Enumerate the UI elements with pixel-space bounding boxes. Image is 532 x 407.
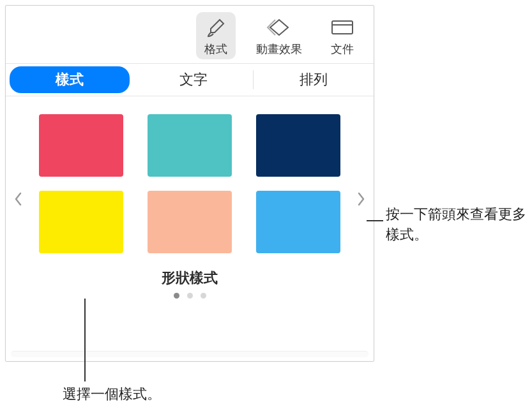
format-toolbar-label: 格式 <box>204 41 227 57</box>
callout-connector <box>367 220 383 221</box>
paintbrush-icon <box>202 16 229 39</box>
style-swatch[interactable] <box>148 114 232 177</box>
chevron-right-icon <box>356 192 365 210</box>
tab-text-label: 文字 <box>179 71 208 87</box>
callout-select-hint: 選擇一個樣式。 <box>63 384 161 404</box>
style-swatch[interactable] <box>256 114 340 177</box>
format-toolbar-button[interactable]: 格式 <box>196 12 236 59</box>
inspector-tabs: 樣式 文字 排列 <box>6 63 374 96</box>
tab-arrange[interactable]: 排列 <box>254 64 374 96</box>
tab-text[interactable]: 文字 <box>133 64 254 96</box>
style-swatch[interactable] <box>39 114 123 177</box>
style-swatch-grid <box>36 114 343 253</box>
style-swatch[interactable] <box>39 191 123 253</box>
callout-arrow-hint: 按一下箭頭來查看更多樣式。 <box>386 204 526 245</box>
animate-toolbar-label: 動畫效果 <box>256 41 302 57</box>
next-styles-button[interactable] <box>352 188 370 214</box>
shape-styles-title: 形狀樣式 <box>36 269 343 288</box>
chevron-left-icon <box>14 192 23 210</box>
horizontal-scrollbar[interactable] <box>11 351 369 357</box>
pager-dot[interactable] <box>201 293 206 299</box>
prev-styles-button[interactable] <box>10 188 27 214</box>
tab-style[interactable]: 樣式 <box>10 66 130 93</box>
svg-rect-0 <box>332 21 353 34</box>
document-toolbar-label: 文件 <box>331 41 354 57</box>
tab-arrange-label: 排列 <box>300 71 328 87</box>
format-inspector-panel: 格式 動畫效果 文件 樣式 文字 <box>5 5 374 362</box>
style-pager <box>36 293 343 299</box>
pager-dot[interactable] <box>174 293 179 299</box>
inspector-toolbar: 格式 動畫效果 文件 <box>6 6 374 63</box>
animate-toolbar-button[interactable]: 動畫效果 <box>250 12 308 59</box>
diamond-icon <box>266 16 293 39</box>
tab-style-label: 樣式 <box>56 71 84 87</box>
style-swatch-area: 形狀樣式 <box>6 96 374 305</box>
slide-icon <box>329 16 356 39</box>
style-swatch[interactable] <box>256 191 340 253</box>
style-swatch[interactable] <box>148 191 232 253</box>
document-toolbar-button[interactable]: 文件 <box>323 12 362 59</box>
callout-connector <box>84 299 86 381</box>
pager-dot[interactable] <box>187 293 193 299</box>
